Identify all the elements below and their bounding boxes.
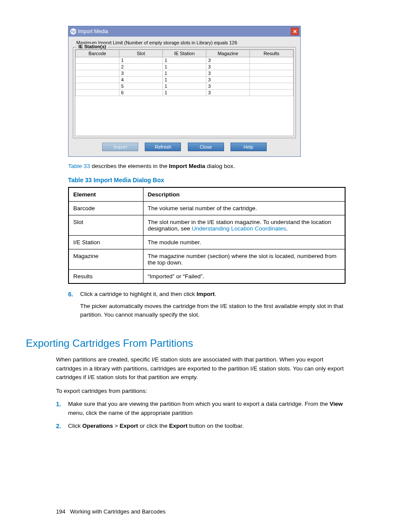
dialog-title: Import Media [78,28,108,34]
table-row[interactable]: 213 [76,64,293,70]
import-button[interactable]: Import [102,143,138,151]
table-row[interactable]: 613 [76,90,293,96]
export-step-2: 2. Click Operations > Export or click th… [56,422,346,431]
import-media-dialog: hp Import Media ✕ Maximum Import Limit (… [68,26,301,157]
max-import-message: Maximum Import Limit (Number of empty st… [76,40,296,45]
dialog-titlebar: hp Import Media ✕ [68,26,300,37]
page-footer: 194 Working with Cartridges and Barcodes [56,508,165,515]
ie-stations-fieldset: IE Station(s) Barcode Slot IE Station Ma… [73,47,296,138]
understanding-location-link[interactable]: Understanding Location Coordinates [192,225,286,232]
refresh-button[interactable]: Refresh [145,143,181,151]
col-results: Results [250,50,293,57]
header-element: Element [68,187,143,202]
close-button[interactable]: Close [188,143,224,151]
table-row[interactable]: 313 [76,70,293,77]
col-iestation: IE Station [163,50,206,57]
col-magazine: Magazine [206,50,250,57]
section-heading-exporting: Exporting Cartridges From Partitions [26,337,346,349]
export-intro: To export cartridges from partitions: [56,387,346,395]
step-6: 6. Click a cartridge to highlight it, an… [68,290,346,323]
import-media-description-table: Element Description Barcode The volume s… [68,187,346,284]
import-media-screenshot: hp Import Media ✕ Maximum Import Limit (… [68,26,301,157]
table-row[interactable]: 513 [76,83,293,90]
help-button[interactable]: Help [230,143,267,151]
close-icon[interactable]: ✕ [291,28,299,35]
table-row[interactable]: 413 [76,77,293,83]
table-caption: Table 33 Import Media Dialog Box [68,177,346,184]
export-step-1: 1. Make sure that you are viewing the pa… [56,400,346,417]
ie-stations-table[interactable]: Barcode Slot IE Station Magazine Results… [75,50,293,96]
fieldset-legend: IE Station(s) [77,44,108,49]
header-description: Description [143,187,345,202]
hp-logo-icon: hp [70,28,76,34]
col-barcode: Barcode [76,50,119,57]
table-row[interactable]: 113 [76,57,293,64]
export-paragraph: When partitions are created, specific I/… [56,355,346,382]
col-slot: Slot [119,50,163,57]
caption-reference: Table 33 describes the elements in the I… [68,162,346,171]
